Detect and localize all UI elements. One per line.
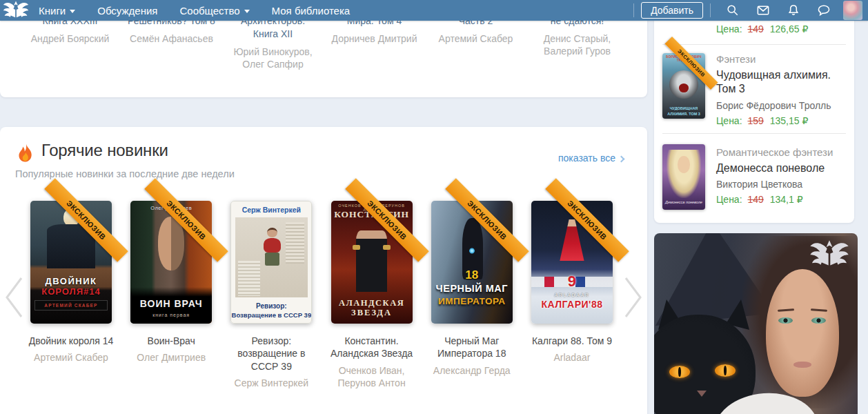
navbar-right: Добавить [627,0,862,21]
cover-title-text: КОРОЛЯ#14 [30,286,112,297]
book-caption: Калгари 88. Том 9 Arladaar [532,335,612,364]
cover-art-shape [383,245,391,250]
cover-title-text: Ревизор: [231,302,311,310]
book-title-link[interactable]: Черный Маг Императора 18 [430,335,514,360]
book-author[interactable]: Александр Герда [430,364,514,377]
cover-title-line: АЛХИМИЯ. ТОМ 3 [667,112,700,116]
nav-menu: Книги Обсуждения Сообщество Моя библиоте… [39,5,350,17]
cover-art-shape [265,253,279,266]
book-author[interactable]: Оченков Иван, Перунов Антон [332,364,412,389]
section-subtitle: Популярные новинки за последние две неде… [15,168,235,179]
book-author[interactable]: Дорничев Дмитрий [329,32,420,45]
cover-title-text: ЧУДОВИЩНАЯАЛХИМИЯ. ТОМ 3 [662,106,705,117]
book-cover[interactable]: Олег Дмитриев ВОИН ВРАЧ книга первая ЭКС… [130,201,212,324]
cat-eye-art [715,364,736,377]
book-author[interactable]: Виктория Цветкова [716,179,849,190]
cover-number-text: 18 [431,268,513,282]
notifications-button[interactable] [778,0,809,21]
show-all-label: показать все [558,152,615,164]
genre-link[interactable]: Романтическое фэнтези [716,146,849,158]
nav-item-books[interactable]: Книги [39,5,75,17]
cover-art: 18 ЧЕРНЫЙ МАГ ИМПЕРАТОРА [431,201,513,324]
cover-art: ОЧЕНКОВ ИВАН · ПЕРУНОВ АНТОН КОНСТАНТИН … [331,201,413,324]
cover-art-shape [678,156,691,173]
cover-subtitle-text: книга первая [130,313,212,317]
cover-art-shape [238,261,259,296]
book-author[interactable]: Борис Фёдорович Тролль [716,100,849,111]
book-author[interactable]: Денис Старый, Валерий Гуров [540,32,615,57]
cover-title-text: ДВОЙНИК [30,276,112,286]
search-button[interactable] [718,0,748,21]
nav-item-my-library[interactable]: Моя библиотека [272,5,351,17]
book-title-link[interactable]: Демонесса поневоле [716,161,849,175]
chat-button[interactable] [809,0,839,21]
book-author[interactable]: Олег Дмитриев [137,351,206,364]
girl-face-art [766,269,839,397]
book-title-link[interactable]: Воин-Врач [137,335,206,347]
sidebar-offers-card: Цена: 149 126,65 ₽ БОРИС ФЁДОРОВИЧ ТРОЛЛ… [654,0,854,223]
divider [662,44,846,45]
cover-art-shape [560,219,584,262]
price-label: Цена: [716,194,742,205]
old-price: 149 [747,194,763,205]
sidebar-book-entry: Фэнтези Чудовищная алхимия. Том 3 Борис … [716,53,849,126]
cover-art-shape [469,248,475,254]
book-title-link[interactable]: Чудовищная алхимия. Том 3 [716,68,849,97]
book-author[interactable]: Артемий Скабер [29,351,113,364]
book-cover[interactable]: 18 ЧЕРНЫЙ МАГ ИМПЕРАТОРА ЭКСКЛЮЗИВ [431,201,513,324]
book-cover[interactable]: 9 ARLADAAR КАЛГАРИ'88 ЭКСКЛЮЗИВ [531,201,613,324]
new-price: 135,15 ₽ [770,115,809,126]
show-all-link[interactable]: показать все [558,152,624,164]
cover-art-shape [286,222,304,264]
nav-item-community[interactable]: Сообщество [179,5,249,17]
carousel-book: ОЧЕНКОВ ИВАН · ПЕРУНОВ АНТОН КОНСТАНТИН … [324,201,420,390]
messages-button[interactable] [748,0,778,21]
cover-art-shape [235,217,307,297]
book-author[interactable]: Артемий Скабер [431,32,522,45]
book-caption: Черный Маг Императора 18 Александр Герда [430,335,514,377]
book-author[interactable]: Андрей Боярский [25,32,116,45]
cover-title-line: ЧУДОВИЩНАЯ [670,106,698,110]
book-author[interactable]: Семён Афанасьев [126,32,217,45]
chevron-left-icon [2,275,26,319]
book-caption: Двойник короля 14 Артемий Скабер [29,335,113,364]
cover-number-text: 9 [531,273,613,290]
genre-link[interactable]: Фэнтези [716,53,849,65]
carousel-book: ДВОЙНИК КОРОЛЯ#14 АРТЕМИЙ СКАБЕР ЭКСКЛЮЗ… [23,201,119,390]
mail-icon [757,4,769,17]
book-author[interactable]: Юрий Винокуров, Олег Сапфир [232,46,315,70]
books-carousel: ДВОЙНИК КОРОЛЯ#14 АРТЕМИЙ СКАБЕР ЭКСКЛЮЗ… [23,201,620,390]
book-cover[interactable]: ОЧЕНКОВ ИВАН · ПЕРУНОВ АНТОН КОНСТАНТИН … [331,201,413,324]
cover-art-shape [356,230,387,292]
nav-item-discussions[interactable]: Обсуждения [97,5,157,17]
cover-art-shape [264,238,281,253]
book-cover[interactable]: Демонесса поневоле [662,144,705,210]
book-cover[interactable]: БОРИС ФЁДОРОВИЧ ТРОЛЛЬ ЧУДОВИЩНАЯАЛХИМИЯ… [662,53,705,119]
carousel-book: 9 ARLADAAR КАЛГАРИ'88 ЭКСКЛЮЗИВ Калгари … [524,201,620,390]
cat-eye-art [669,366,690,378]
sidebar-book-entry: Романтическое фэнтези Демонесса поневоле… [716,146,849,205]
site-logo[interactable] [0,0,32,21]
book-title-link[interactable]: Ревизор: возвращение в СССР 39 [235,335,307,373]
cover-author-text: Серж Винтеркей [231,206,311,214]
cover-title-text: ИМПЕРАТОРА [431,296,513,306]
carousel-prev-button[interactable] [2,275,26,319]
cover-art-shape [353,245,360,250]
book-author[interactable]: Серж Винтеркей [235,377,309,389]
book-cover[interactable]: Серж Винтеркей Ревизор: Возвращение в СС… [230,201,312,324]
user-avatar[interactable] [843,1,862,20]
cover-title-text: ВОИН ВРАЧ [130,298,212,309]
book-author[interactable]: Arladaar [532,351,612,364]
winged-book-logo-icon [3,0,29,23]
book-title-link[interactable]: Константин. Аландская Звезда [325,335,419,360]
book-title-link[interactable]: Двойник короля 14 [29,335,113,347]
carousel-next-button[interactable] [622,275,645,319]
book-cover[interactable]: ДВОЙНИК КОРОЛЯ#14 АРТЕМИЙ СКАБЕР ЭКСКЛЮЗ… [30,201,112,324]
price-label: Цена: [716,23,742,34]
nav-item-label: Обсуждения [97,5,157,17]
add-button[interactable]: Добавить [641,2,703,19]
search-icon [727,4,739,17]
navbar: Книги Обсуждения Сообщество Моя библиоте… [0,0,868,21]
book-title-link[interactable]: Калгари 88. Том 9 [532,335,612,347]
promo-banner-image[interactable] [654,233,858,414]
